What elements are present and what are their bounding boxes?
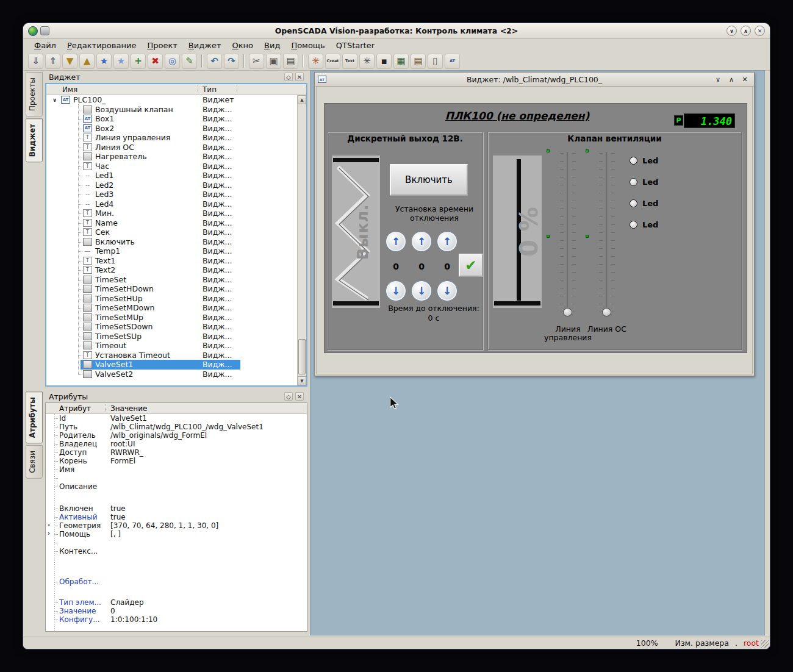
tree-item-TimeSetMDown[interactable]: TimeSetMDownВидж... bbox=[46, 303, 297, 313]
toolbar-elem-diagram-button[interactable]: ▦ bbox=[393, 54, 409, 69]
menu-item-help[interactable]: Помощь bbox=[286, 40, 329, 51]
toolbar-elem-protocol-button[interactable]: ▤ bbox=[411, 54, 426, 69]
attr-row-Родитель[interactable]: Родитель/wlb_originals/wdg_FormEl bbox=[46, 431, 307, 440]
panel-close-icon[interactable]: ✕ bbox=[295, 392, 304, 401]
toolbar-copy-button[interactable]: ▣ bbox=[266, 54, 281, 69]
attr-column-name[interactable]: Атрибут bbox=[59, 404, 91, 413]
tree-item-TimeSetMUp[interactable]: TimeSetMUpВидж... bbox=[46, 313, 297, 323]
tree-item-Text1[interactable]: TText1Видж... bbox=[46, 256, 297, 266]
tree-column-name[interactable]: Имя bbox=[62, 85, 77, 94]
menu-item-widget[interactable]: Виджет bbox=[184, 40, 226, 51]
attr-value[interactable]: /wlb_Climat/wdg_PLC100_/wdg_ValveSet1 bbox=[110, 423, 264, 431]
tree-item-TimeSetSDown[interactable]: TimeSetSDownВидж... bbox=[46, 322, 297, 332]
tree-item-Text2[interactable]: TText2Видж... bbox=[46, 265, 297, 275]
window-close-button[interactable]: ✕ bbox=[755, 26, 765, 36]
tree-item-Линия управления[interactable]: TЛиния управленияВидж... bbox=[46, 133, 297, 143]
tree-item-Box1[interactable]: ATBox1Видж... bbox=[46, 114, 297, 124]
attributes-header[interactable]: Атрибут Значение bbox=[46, 403, 307, 414]
spin-down-button-hours[interactable]: ↓ bbox=[386, 281, 406, 301]
attr-value[interactable]: root:UI bbox=[110, 440, 135, 448]
widget-window-shade-button[interactable]: ∨ bbox=[714, 76, 722, 84]
tree-item-TimeSetHDown[interactable]: TimeSetHDownВидж... bbox=[46, 284, 297, 294]
toolbar-paste-button[interactable]: ▤ bbox=[283, 54, 298, 69]
expand-icon[interactable]: › bbox=[48, 521, 50, 528]
toolbar-undo-button[interactable]: ↶ bbox=[207, 54, 222, 69]
toolbar-elem-document-button[interactable]: ▯ bbox=[428, 54, 443, 69]
attr-row-Корень[interactable]: КореньFormEl bbox=[46, 457, 307, 465]
attr-value[interactable]: RWRWR_ bbox=[110, 448, 143, 457]
attr-row-Обработ...[interactable]: Обработ... bbox=[46, 577, 307, 598]
tree-item-Name[interactable]: TNameВидж... bbox=[46, 218, 297, 228]
tree-item-Мин.[interactable]: TМин.Видж... bbox=[46, 209, 297, 218]
tree-item-ValveSet2[interactable]: ValveSet2Видж... bbox=[46, 370, 297, 379]
attr-row-Значение[interactable]: Значение0 bbox=[46, 607, 307, 615]
toolbar-delete-widget-button[interactable]: ✖ bbox=[148, 54, 163, 69]
scroll-up-icon[interactable]: ▲ bbox=[298, 95, 306, 104]
widget-window-titlebar[interactable]: AT Виджет: /wlb_Climat/wdg_PLC100_ ∨∧✕ bbox=[315, 73, 754, 87]
side-tab-widget[interactable]: Виджет bbox=[26, 118, 43, 162]
tree-item-Led4[interactable]: --Led4Видж... bbox=[46, 199, 297, 209]
attr-row-Конфигу...[interactable]: Конфигу...1:0:100:1:10 bbox=[46, 615, 307, 624]
tree-header[interactable]: Имя Тип bbox=[46, 84, 306, 95]
tree-item-Установка Timeout[interactable]: TУстановка TimeoutВидж... bbox=[46, 351, 297, 360]
menu-item-window[interactable]: Окно bbox=[227, 40, 258, 51]
attr-row-Включен[interactable]: Включенtrue bbox=[46, 504, 307, 513]
scroll-down-icon[interactable]: ▼ bbox=[298, 376, 306, 385]
toolbar-cut-button[interactable]: ✂ bbox=[249, 54, 264, 69]
toolbar-load-db-button[interactable]: ⇓ bbox=[28, 54, 43, 69]
attr-value[interactable]: [370, 70, 64, 280, 1, 1, 30, 0] bbox=[110, 521, 218, 530]
attr-value[interactable]: 0 bbox=[110, 607, 115, 615]
panel-float-icon[interactable]: ◇ bbox=[284, 73, 293, 81]
attr-row-Путь[interactable]: Путь/wlb_Climat/wdg_PLC100_/wdg_ValveSet… bbox=[46, 423, 307, 431]
attr-row-Активный[interactable]: Активныйtrue bbox=[46, 513, 307, 521]
spin-up-button-hours[interactable]: ↑ bbox=[386, 231, 406, 252]
widget-window-close-button[interactable]: ✕ bbox=[741, 76, 749, 84]
attr-value[interactable]: true bbox=[110, 504, 126, 513]
attr-value[interactable]: [, ] bbox=[110, 530, 121, 538]
expander-icon[interactable]: ∨ bbox=[52, 97, 57, 103]
menu-item-view[interactable]: Вид bbox=[259, 40, 285, 51]
panel-float-icon[interactable]: ◇ bbox=[284, 392, 293, 401]
toolbar-new-library-button[interactable]: ★ bbox=[113, 54, 129, 69]
tree-item-Temp1[interactable]: —Temp1Видж... bbox=[46, 246, 297, 256]
widget-window-maximize-button[interactable]: ∧ bbox=[727, 76, 736, 84]
attr-value[interactable]: /wlb_originals/wdg_FormEl bbox=[110, 431, 207, 440]
expand-icon[interactable]: › bbox=[48, 530, 50, 537]
attr-row-Описание[interactable]: Описание bbox=[46, 482, 307, 504]
scrollbar-thumb[interactable] bbox=[298, 339, 306, 374]
tree-item-PLC100_[interactable]: ∨ATPLC100_Виджет bbox=[46, 95, 297, 105]
titlebar[interactable]: OpenSCADA Vision-разработка: Контроль кл… bbox=[23, 23, 770, 39]
attr-row-Id[interactable]: IdValveSet1 bbox=[46, 414, 307, 423]
led-indicator[interactable] bbox=[630, 199, 637, 207]
toolbar-elem-text-button[interactable]: Text bbox=[342, 54, 357, 69]
spin-down-button-seconds[interactable]: ↓ bbox=[437, 281, 458, 301]
toolbar-save-item-button[interactable]: ▲ bbox=[79, 54, 95, 69]
tree-scrollbar[interactable]: ▲ ▼ bbox=[297, 95, 306, 385]
tree-item-TimeSet[interactable]: TimeSetВидж... bbox=[46, 275, 297, 285]
attr-row-Помощь[interactable]: ›Помощь[, ] bbox=[46, 530, 307, 538]
tree-item-Воздушный клапан[interactable]: Воздушный клапанВидж... bbox=[46, 105, 297, 115]
attributes-panel-header[interactable]: Атрибуты ◇ ✕ bbox=[45, 390, 307, 402]
slider-handle[interactable] bbox=[602, 308, 611, 316]
spin-up-button-seconds[interactable]: ↑ bbox=[437, 231, 458, 252]
led-indicator[interactable] bbox=[630, 178, 637, 186]
tree-item-Сек[interactable]: TСекВидж... bbox=[46, 227, 297, 237]
menu-item-project[interactable]: Проект bbox=[142, 40, 182, 51]
menu-item-edit[interactable]: Редактирование bbox=[62, 40, 141, 51]
toolbar-elem-figures-button[interactable]: Creat bbox=[325, 54, 340, 69]
spin-up-button-minutes[interactable]: ↑ bbox=[411, 231, 432, 252]
toolbar-run-widget-button[interactable]: ✳ bbox=[308, 54, 323, 69]
led-indicator[interactable] bbox=[630, 157, 637, 165]
attr-value[interactable]: FormEl bbox=[110, 457, 135, 465]
attr-value[interactable]: 1:0:100:1:10 bbox=[110, 615, 157, 624]
tree-item-ValveSet1[interactable]: ValveSet1Видж... bbox=[46, 360, 297, 370]
tree-item-Линия ОС[interactable]: TЛиния ОСВидж... bbox=[46, 143, 297, 152]
tree-item-Box2[interactable]: ATBox2Видж... bbox=[46, 124, 297, 134]
toolbar-elem-box-button[interactable]: AT bbox=[445, 54, 460, 69]
attr-row[interactable] bbox=[46, 538, 307, 547]
attr-row[interactable] bbox=[46, 474, 307, 482]
side-tab-links[interactable]: Связи bbox=[26, 445, 43, 479]
power-on-button[interactable]: Включить bbox=[390, 164, 468, 196]
menu-item-file[interactable]: Файл bbox=[29, 40, 61, 51]
control-line-slider[interactable] bbox=[560, 151, 576, 317]
